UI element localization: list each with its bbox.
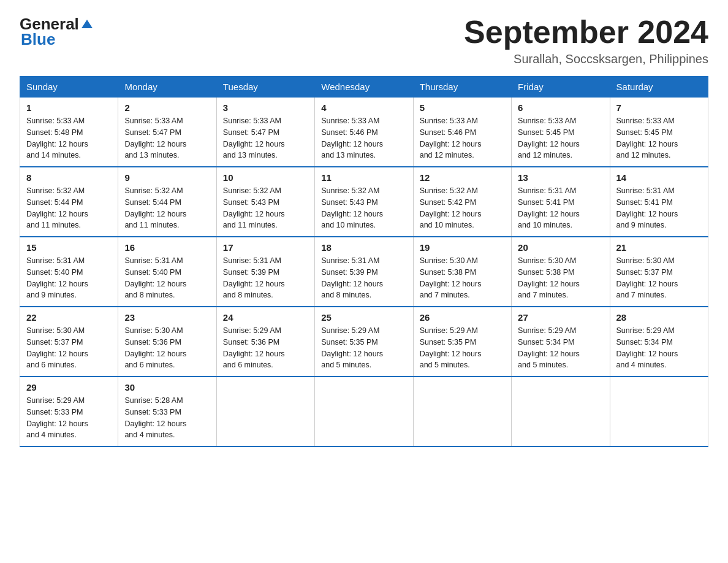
- day-info: Sunrise: 5:30 AM Sunset: 5:36 PM Dayligh…: [124, 325, 210, 371]
- header-friday: Friday: [512, 77, 610, 98]
- day-info: Sunrise: 5:33 AM Sunset: 5:47 PM Dayligh…: [124, 115, 210, 161]
- calendar-cell: [315, 377, 413, 446]
- day-info: Sunrise: 5:32 AM Sunset: 5:44 PM Dayligh…: [26, 185, 112, 231]
- day-number: 9: [124, 172, 210, 183]
- header-sunday: Sunday: [20, 77, 118, 98]
- day-info: Sunrise: 5:32 AM Sunset: 5:42 PM Dayligh…: [420, 185, 505, 231]
- day-number: 6: [518, 102, 603, 113]
- day-number: 15: [26, 242, 112, 253]
- calendar-cell: 7 Sunrise: 5:33 AM Sunset: 5:45 PM Dayli…: [610, 98, 708, 167]
- day-number: 29: [26, 382, 112, 393]
- day-info: Sunrise: 5:30 AM Sunset: 5:37 PM Dayligh…: [26, 325, 112, 371]
- day-number: 4: [321, 102, 406, 113]
- day-number: 21: [616, 242, 702, 253]
- day-number: 18: [321, 242, 406, 253]
- calendar-week-2: 8 Sunrise: 5:32 AM Sunset: 5:44 PM Dayli…: [20, 167, 708, 237]
- day-number: 13: [518, 172, 603, 183]
- day-info: Sunrise: 5:33 AM Sunset: 5:47 PM Dayligh…: [223, 115, 308, 161]
- day-info: Sunrise: 5:33 AM Sunset: 5:45 PM Dayligh…: [518, 115, 603, 161]
- day-info: Sunrise: 5:33 AM Sunset: 5:46 PM Dayligh…: [321, 115, 406, 161]
- header-thursday: Thursday: [413, 77, 511, 98]
- calendar-cell: 21 Sunrise: 5:30 AM Sunset: 5:37 PM Dayl…: [610, 237, 708, 307]
- calendar-week-5: 29 Sunrise: 5:29 AM Sunset: 5:33 PM Dayl…: [20, 377, 708, 446]
- day-number: 23: [124, 312, 210, 323]
- header-monday: Monday: [118, 77, 216, 98]
- day-info: Sunrise: 5:29 AM Sunset: 5:34 PM Dayligh…: [518, 325, 603, 371]
- calendar-cell: 27 Sunrise: 5:29 AM Sunset: 5:34 PM Dayl…: [512, 307, 610, 377]
- calendar-cell: 15 Sunrise: 5:31 AM Sunset: 5:40 PM Dayl…: [20, 237, 118, 307]
- calendar-cell: 17 Sunrise: 5:31 AM Sunset: 5:39 PM Dayl…: [216, 237, 314, 307]
- calendar-cell: 19 Sunrise: 5:30 AM Sunset: 5:38 PM Dayl…: [413, 237, 511, 307]
- day-info: Sunrise: 5:30 AM Sunset: 5:38 PM Dayligh…: [518, 255, 603, 301]
- day-number: 11: [321, 172, 406, 183]
- day-number: 16: [124, 242, 210, 253]
- calendar-cell: 20 Sunrise: 5:30 AM Sunset: 5:38 PM Dayl…: [512, 237, 610, 307]
- day-info: Sunrise: 5:32 AM Sunset: 5:43 PM Dayligh…: [223, 185, 308, 231]
- day-info: Sunrise: 5:32 AM Sunset: 5:43 PM Dayligh…: [321, 185, 406, 231]
- month-title: September 2024: [464, 15, 708, 50]
- calendar-cell: 1 Sunrise: 5:33 AM Sunset: 5:48 PM Dayli…: [20, 98, 118, 167]
- day-number: 10: [223, 172, 308, 183]
- day-info: Sunrise: 5:29 AM Sunset: 5:33 PM Dayligh…: [26, 395, 112, 441]
- day-number: 24: [223, 312, 308, 323]
- day-number: 12: [420, 172, 505, 183]
- header-wednesday: Wednesday: [315, 77, 413, 98]
- calendar-cell: 30 Sunrise: 5:28 AM Sunset: 5:33 PM Dayl…: [118, 377, 216, 446]
- calendar-week-4: 22 Sunrise: 5:30 AM Sunset: 5:37 PM Dayl…: [20, 307, 708, 377]
- title-block: September 2024 Surallah, Soccsksargen, P…: [464, 15, 708, 66]
- calendar-cell: 14 Sunrise: 5:31 AM Sunset: 5:41 PM Dayl…: [610, 167, 708, 237]
- day-info: Sunrise: 5:33 AM Sunset: 5:48 PM Dayligh…: [26, 115, 112, 161]
- calendar-cell: 22 Sunrise: 5:30 AM Sunset: 5:37 PM Dayl…: [20, 307, 118, 377]
- calendar-cell: 6 Sunrise: 5:33 AM Sunset: 5:45 PM Dayli…: [512, 98, 610, 167]
- header-row: Sunday Monday Tuesday Wednesday Thursday…: [20, 77, 708, 98]
- day-info: Sunrise: 5:29 AM Sunset: 5:35 PM Dayligh…: [420, 325, 505, 371]
- calendar-cell: [610, 377, 708, 446]
- day-info: Sunrise: 5:28 AM Sunset: 5:33 PM Dayligh…: [124, 395, 210, 441]
- calendar-cell: 12 Sunrise: 5:32 AM Sunset: 5:42 PM Dayl…: [413, 167, 511, 237]
- calendar-cell: 13 Sunrise: 5:31 AM Sunset: 5:41 PM Dayl…: [512, 167, 610, 237]
- calendar-cell: 8 Sunrise: 5:32 AM Sunset: 5:44 PM Dayli…: [20, 167, 118, 237]
- day-info: Sunrise: 5:33 AM Sunset: 5:45 PM Dayligh…: [616, 115, 702, 161]
- day-number: 2: [124, 102, 210, 113]
- calendar-cell: 25 Sunrise: 5:29 AM Sunset: 5:35 PM Dayl…: [315, 307, 413, 377]
- day-info: Sunrise: 5:31 AM Sunset: 5:39 PM Dayligh…: [223, 255, 308, 301]
- calendar-cell: 24 Sunrise: 5:29 AM Sunset: 5:36 PM Dayl…: [216, 307, 314, 377]
- day-info: Sunrise: 5:31 AM Sunset: 5:41 PM Dayligh…: [518, 185, 603, 231]
- day-number: 8: [26, 172, 112, 183]
- day-info: Sunrise: 5:30 AM Sunset: 5:37 PM Dayligh…: [616, 255, 702, 301]
- logo-icon: [80, 17, 94, 31]
- calendar-cell: 5 Sunrise: 5:33 AM Sunset: 5:46 PM Dayli…: [413, 98, 511, 167]
- calendar-table: Sunday Monday Tuesday Wednesday Thursday…: [20, 76, 708, 447]
- day-info: Sunrise: 5:29 AM Sunset: 5:36 PM Dayligh…: [223, 325, 308, 371]
- calendar-week-1: 1 Sunrise: 5:33 AM Sunset: 5:48 PM Dayli…: [20, 98, 708, 167]
- day-number: 28: [616, 312, 702, 323]
- day-number: 27: [518, 312, 603, 323]
- page-header: General Blue September 2024 Surallah, So…: [20, 15, 708, 66]
- day-number: 25: [321, 312, 406, 323]
- day-info: Sunrise: 5:30 AM Sunset: 5:38 PM Dayligh…: [420, 255, 505, 301]
- calendar-cell: 26 Sunrise: 5:29 AM Sunset: 5:35 PM Dayl…: [413, 307, 511, 377]
- day-number: 7: [616, 102, 702, 113]
- header-saturday: Saturday: [610, 77, 708, 98]
- day-info: Sunrise: 5:29 AM Sunset: 5:35 PM Dayligh…: [321, 325, 406, 371]
- calendar-cell: 23 Sunrise: 5:30 AM Sunset: 5:36 PM Dayl…: [118, 307, 216, 377]
- day-info: Sunrise: 5:31 AM Sunset: 5:40 PM Dayligh…: [26, 255, 112, 301]
- calendar-cell: 29 Sunrise: 5:29 AM Sunset: 5:33 PM Dayl…: [20, 377, 118, 446]
- calendar-cell: 11 Sunrise: 5:32 AM Sunset: 5:43 PM Dayl…: [315, 167, 413, 237]
- day-number: 14: [616, 172, 702, 183]
- calendar-cell: [216, 377, 314, 446]
- day-info: Sunrise: 5:29 AM Sunset: 5:34 PM Dayligh…: [616, 325, 702, 371]
- calendar-cell: [413, 377, 511, 446]
- calendar-week-3: 15 Sunrise: 5:31 AM Sunset: 5:40 PM Dayl…: [20, 237, 708, 307]
- calendar-cell: 18 Sunrise: 5:31 AM Sunset: 5:39 PM Dayl…: [315, 237, 413, 307]
- day-number: 5: [420, 102, 505, 113]
- day-number: 26: [420, 312, 505, 323]
- logo: General Blue: [20, 15, 94, 49]
- day-info: Sunrise: 5:33 AM Sunset: 5:46 PM Dayligh…: [420, 115, 505, 161]
- calendar-body: 1 Sunrise: 5:33 AM Sunset: 5:48 PM Dayli…: [20, 98, 708, 447]
- day-number: 17: [223, 242, 308, 253]
- calendar-cell: 3 Sunrise: 5:33 AM Sunset: 5:47 PM Dayli…: [216, 98, 314, 167]
- location: Surallah, Soccsksargen, Philippines: [464, 52, 708, 66]
- calendar-cell: 4 Sunrise: 5:33 AM Sunset: 5:46 PM Dayli…: [315, 98, 413, 167]
- calendar-cell: 28 Sunrise: 5:29 AM Sunset: 5:34 PM Dayl…: [610, 307, 708, 377]
